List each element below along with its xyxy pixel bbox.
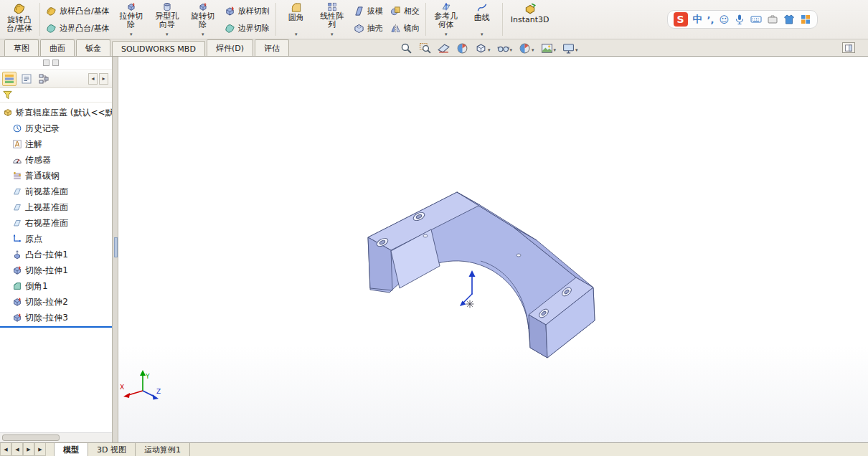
ribbon-group-draft-shell: 拔模 抽壳 [350, 0, 387, 39]
graphics-area[interactable]: Y X Z [118, 57, 868, 442]
tab-weldments[interactable]: 焊件(D) [207, 39, 253, 56]
dowel-hole[interactable] [423, 234, 428, 237]
punctuation-mode-icon[interactable]: ’, [707, 14, 714, 25]
skin-icon[interactable] [783, 14, 795, 25]
ribbon-item-reference-geometry[interactable]: 参考几 何体 [428, 0, 464, 39]
emoji-icon[interactable]: ☺ [719, 14, 729, 25]
tree-item-cut-extrude2[interactable]: 切除-拉伸2 [0, 294, 112, 310]
tree-item-sensors[interactable]: 传感器 [0, 152, 112, 168]
ribbon-item-loft-boss[interactable]: 放样凸台/基体 [46, 4, 110, 18]
ribbon-separator [425, 3, 426, 36]
panel-mini-icon[interactable] [52, 60, 59, 66]
tree-item-material[interactable]: 普通碳钢 [0, 168, 112, 184]
curves-icon [476, 2, 489, 13]
ribbon-label: 除 [127, 21, 135, 29]
display-style-button[interactable] [475, 42, 491, 54]
ribbon-item-fillet[interactable]: 圆角 [278, 0, 314, 39]
tab-evaluate[interactable]: 评估 [255, 39, 289, 56]
configuration-manager-tab[interactable] [37, 72, 51, 86]
scene-button[interactable] [541, 42, 557, 54]
view-settings-button[interactable] [562, 42, 578, 54]
draft-icon [354, 6, 364, 16]
tree-item-cut-extrude1[interactable]: 切除-拉伸1 [0, 262, 112, 278]
rollback-bar[interactable] [0, 326, 112, 328]
filter-funnel-icon[interactable] [2, 90, 13, 100]
tree-item-chamfer1[interactable]: 倒角1 [0, 278, 112, 294]
ribbon-item-extruded-cut[interactable]: 拉伸切 除 [113, 0, 149, 39]
ribbon-item-loft-cut[interactable]: 放样切割 [225, 4, 270, 18]
zoom-fit-button[interactable] [400, 42, 412, 54]
feature-manager-tab[interactable] [2, 72, 16, 86]
tab-surfaces[interactable]: 曲面 [40, 39, 75, 56]
property-manager-tab[interactable] [19, 72, 34, 86]
main-area: 矫直辊座压盖 (默认<<默认 历史记录 注解 传感器 普通碳钢 [0, 57, 868, 442]
feature-manager-panel: 矫直辊座压盖 (默认<<默认 历史记录 注解 传感器 普通碳钢 [0, 57, 113, 442]
ribbon-item-mirror[interactable]: 镜向 [390, 22, 420, 35]
panel-splitter[interactable] [113, 57, 118, 442]
tab-sheet-metal[interactable]: 钣金 [76, 39, 110, 56]
ribbon-item-revolve-boss[interactable]: 旋转凸 台/基体 [1, 0, 37, 39]
tab-scroll-left-button[interactable] [11, 443, 23, 456]
section-view-button[interactable] [438, 42, 450, 54]
triad-z-label: Z [156, 388, 161, 395]
ribbon-item-intersect[interactable]: 相交 [390, 4, 420, 18]
hide-show-items-button[interactable] [497, 42, 513, 54]
language-mode-icon[interactable]: 中 [693, 13, 702, 26]
tree-item-front-plane[interactable]: 前视基准面 [0, 184, 112, 199]
zoom-area-icon [419, 42, 431, 54]
tab-scroll-right-button[interactable] [23, 443, 34, 456]
panel-mini-icon[interactable] [43, 60, 49, 66]
zoom-area-button[interactable] [419, 42, 431, 54]
viewport-canvas[interactable]: Y X Z [118, 57, 868, 442]
ribbon-label: 何体 [438, 21, 454, 29]
grid-menu-icon[interactable] [800, 14, 811, 25]
tree-item-part-root[interactable]: 矫直辊座压盖 (默认<<默认 [0, 105, 112, 120]
ribbon-group-loft-boundary-boss: 放样凸台/基体 边界凸台/基体 [42, 0, 113, 39]
ribbon-item-instant3d[interactable]: Instant3D [505, 0, 555, 39]
ribbon-item-boundary-cut[interactable]: 边界切除 [225, 22, 270, 35]
dowel-hole[interactable] [516, 254, 521, 257]
panel-tab-prev-button[interactable] [88, 73, 98, 85]
appearance-button[interactable] [519, 42, 534, 54]
ribbon-item-curves[interactable]: 曲线 [464, 0, 500, 39]
tree-item-cut-extrude3[interactable]: 切除-拉伸3 [0, 310, 112, 326]
panel-tab-next-button[interactable] [99, 73, 108, 85]
task-pane-toggle-button[interactable] [842, 42, 855, 53]
tab-bar-splitter[interactable] [46, 443, 55, 456]
tree-item-top-plane[interactable]: 上视基准面 [0, 199, 112, 215]
tab-sketch[interactable]: 草图 [4, 39, 39, 56]
tree-item-label: 普通碳钢 [25, 170, 60, 182]
ribbon-item-draft[interactable]: 拔模 [354, 4, 383, 18]
ribbon-label: 拔模 [367, 6, 383, 16]
tree-item-boss-extrude1[interactable]: 凸台-拉伸1 [0, 247, 112, 262]
tree-item-annotations[interactable]: 注解 [0, 136, 112, 152]
ribbon-label: 相交 [404, 6, 420, 16]
tree-item-origin[interactable]: 原点 [0, 231, 112, 247]
keyboard-icon[interactable] [750, 14, 762, 25]
sensors-icon [12, 155, 22, 165]
panel-horizontal-scrollbar[interactable] [0, 432, 112, 442]
panel-tab-bar [0, 70, 112, 88]
fillet-icon [290, 2, 303, 13]
ribbon-item-hole-wizard[interactable]: 异型孔 向导 [149, 0, 185, 39]
ribbon-item-boundary-boss[interactable]: 边界凸台/基体 [46, 22, 110, 35]
tree-item-history[interactable]: 历史记录 [0, 120, 112, 136]
ribbon-item-revolved-cut[interactable]: 旋转切 除 [185, 0, 221, 39]
tab-motion-study1[interactable]: 运动算例1 [136, 443, 190, 456]
tab-scroll-last-button[interactable] [34, 443, 46, 456]
tab-scroll-first-button[interactable] [0, 443, 11, 456]
tab-solidworks-mbd[interactable]: SOLIDWORKS MBD [112, 41, 205, 56]
ribbon-item-shell[interactable]: 抽壳 [354, 22, 383, 35]
microphone-icon[interactable] [734, 14, 745, 25]
sogou-logo-icon[interactable]: S [674, 12, 688, 27]
ribbon-toolbar: 旋转凸 台/基体 放样凸台/基体 边界凸台/基体 拉伸切 除 异型孔 向导 [0, 0, 868, 39]
toolbox-icon[interactable] [767, 14, 778, 25]
scrollbar-thumb[interactable] [2, 434, 60, 441]
tree-item-right-plane[interactable]: 右视基准面 [0, 215, 112, 231]
ribbon-item-linear-pattern[interactable]: 线性阵 列 [314, 0, 350, 39]
annotations-icon [12, 139, 22, 149]
edit-appearance-button[interactable] [456, 42, 468, 54]
part-model[interactable] [368, 192, 595, 358]
tab-model[interactable]: 模型 [55, 443, 88, 456]
tab-3d-views[interactable]: 3D 视图 [88, 443, 136, 456]
